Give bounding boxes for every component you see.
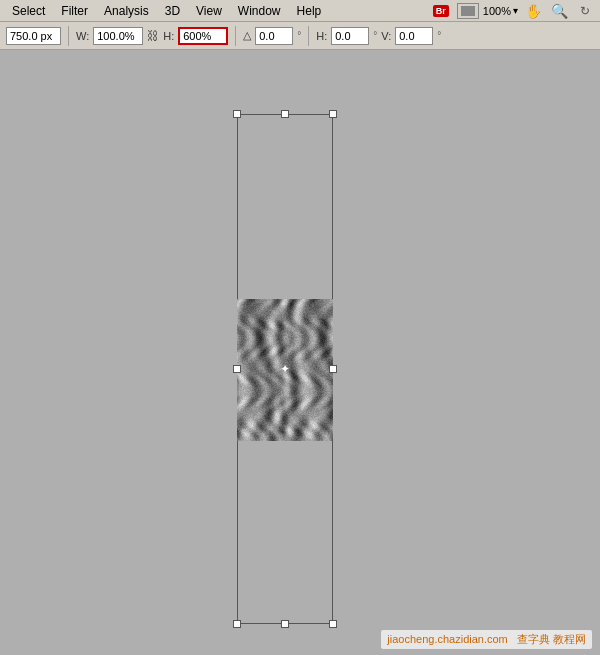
rotate-icon[interactable]: ↻: [574, 1, 596, 21]
watermark-label2: 教程网: [553, 633, 586, 645]
x-position-input[interactable]: [6, 27, 61, 45]
zoom-display: 100% ▾: [483, 5, 518, 17]
angle-input[interactable]: [255, 27, 293, 45]
zoom-dropdown-icon[interactable]: ▾: [513, 5, 518, 16]
handle-bottom-middle[interactable]: [281, 620, 289, 628]
menu-help[interactable]: Help: [289, 2, 330, 20]
zoom-value: 100%: [483, 5, 511, 17]
handle-top-left[interactable]: [233, 110, 241, 118]
adobe-br-icon[interactable]: Br: [433, 5, 449, 17]
angle-label: △: [243, 29, 251, 42]
zoom-tool-icon[interactable]: 🔍: [548, 1, 570, 21]
degree-symbol-2: °: [373, 30, 377, 41]
watermark-site: jiaocheng.chazidian.com: [387, 633, 507, 645]
h-label: H:: [163, 30, 174, 42]
hand-tool-icon[interactable]: ✋: [522, 1, 544, 21]
watermark: jiaocheng.chazidian.com 查字典 教程网: [381, 630, 592, 649]
handle-bottom-right[interactable]: [329, 620, 337, 628]
transform-container[interactable]: ✦: [237, 114, 333, 624]
handle-bottom-left[interactable]: [233, 620, 241, 628]
w-input[interactable]: [93, 27, 143, 45]
menu-analysis[interactable]: Analysis: [96, 2, 157, 20]
menu-view[interactable]: View: [188, 2, 230, 20]
chain-link-icon[interactable]: ⛓: [147, 29, 159, 43]
degree-symbol-1: °: [297, 30, 301, 41]
v-label: V:: [381, 30, 391, 42]
app-icon: [457, 3, 479, 19]
toolbar-divider-3: [308, 26, 309, 46]
menu-select[interactable]: Select: [4, 2, 53, 20]
menu-right-icons: Br 100% ▾ ✋ 🔍 ↻: [433, 1, 596, 21]
handle-top-middle[interactable]: [281, 110, 289, 118]
toolbar: W: ⛓ H: △ ° H: ° V: °: [0, 22, 600, 50]
center-crosshair: ✦: [279, 363, 291, 375]
handle-top-right[interactable]: [329, 110, 337, 118]
toolbar-divider-1: [68, 26, 69, 46]
canvas-area: ✦ jiaocheng.chazidian.com 查字典 教程网: [0, 50, 600, 655]
handle-middle-right[interactable]: [329, 365, 337, 373]
v-input[interactable]: [395, 27, 433, 45]
toolbar-divider-2: [235, 26, 236, 46]
handle-middle-left[interactable]: [233, 365, 241, 373]
h2-input[interactable]: [331, 27, 369, 45]
menu-window[interactable]: Window: [230, 2, 289, 20]
h-input[interactable]: [178, 27, 228, 45]
menu-filter[interactable]: Filter: [53, 2, 96, 20]
h2-label: H:: [316, 30, 327, 42]
menu-3d[interactable]: 3D: [157, 2, 188, 20]
watermark-label1: 查字典: [517, 633, 550, 645]
menu-bar: Select Filter Analysis 3D View Window He…: [0, 0, 600, 22]
degree-symbol-3: °: [437, 30, 441, 41]
w-label: W:: [76, 30, 89, 42]
